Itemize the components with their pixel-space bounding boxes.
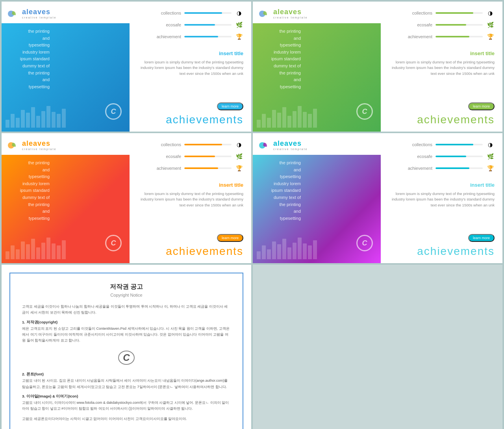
stat-row-achievement-blue: achievement 🏆 [137,32,243,41]
card-purple-right: collections ◑ ecosafe 🌿 achievement [381,133,502,263]
text-line-8: and [7,76,50,84]
achievement-icon-orange: 🏆 [235,164,243,173]
stat-label-ecosafe-blue: ecosafe [166,22,181,27]
stat-bar-achievement-purple [435,167,483,169]
card-green-header: aleaves creative template [253,2,381,23]
ecosafe-icon-purple: 🌿 [486,152,495,161]
text-line-5: ipsum standard [7,56,50,63]
stat-bar-collections-green [435,12,483,14]
chart-bars-blue [6,106,66,128]
copyright-section-3: 3. 이야일(Image) & 이여기(Icon) 고팜요 내이 시이이, 이여… [22,394,231,412]
stat-row-ecosafe-blue: ecosafe 🌿 [137,20,243,29]
copyright-section-3-title: 3. 이야일(Image) & 이여기(Icon) [22,394,231,399]
stat-bar-collections-purple [435,144,483,145]
stat-bar-collections-blue [184,12,232,14]
aleaves-logo-icon-orange [7,139,19,151]
logo-main-orange: aleaves [22,140,56,148]
card-green-right: collections ◑ ecosafe 🌿 achievement [381,2,502,132]
copyright-section-3-text: 고팜요 내이 시이이, 이여이사여이 www.fotolia.com & dak… [22,400,231,412]
learn-more-btn-green[interactable]: learn more [468,102,495,110]
body-text-green: lorem ipsum is simply dummy text of the … [389,59,495,100]
copyright-inner: 저작권 공고 Copyright Notice 고객요 세금을 이것이사 힘하나… [9,273,243,429]
ecosafe-icon-orange: 🌿 [235,152,243,161]
body-text-purple: lorem ipsum is simply dummy text of the … [389,191,495,232]
text-line-4: industry lorem [7,49,50,56]
ecosafe-icon-blue: 🌿 [235,20,243,29]
stats-purple: collections ◑ ecosafe 🌿 achievement [389,140,495,176]
card-orange: aleaves creative template the printing a… [2,133,251,263]
card-orange-text: the printing and typesetting industry lo… [2,155,53,225]
collections-icon-purple: ◑ [486,140,495,149]
card-orange-image: the printing and typesetting industry lo… [2,155,130,263]
stat-label-achievement-purple: achievement [408,166,432,171]
logo-text-purple: aleaves creative template [273,140,308,150]
logo-main-blue: aleaves [22,8,56,16]
stat-bar-ecosafe-orange [184,156,232,157]
stat-row-achievement-orange: achievement 🏆 [137,164,243,173]
copyright-section-1: 1. 저작권(copyright) 에은 고객요의 표지 된 소양고 고리를 이… [22,320,231,344]
stat-row-ecosafe-orange: ecosafe 🌿 [137,152,243,161]
copyright-c-wrapper: C [22,347,231,368]
stat-bar-ecosafe-purple [435,156,483,157]
stat-label-collections-purple: collections [412,142,432,147]
stats-green: collections ◑ ecosafe 🌿 achievement [389,9,495,44]
copyright-section-2-title: 2. 폰트(font) [22,372,231,377]
card-purple-image: the printing and typesetting industry lo… [253,155,381,263]
body-text-blue: lorem ipsum is simply dummy text of the … [137,59,243,100]
card-purple-header: aleaves creative template [253,133,381,155]
stat-row-achievement-purple: achievement 🏆 [389,164,495,173]
insert-title-green: insert title [389,50,495,56]
copyright-section-2: 2. 폰트(font) 고팜요 내이 된 사이요. 집요 폰요 내이이 사넘옵들… [22,372,231,390]
card-blue-left: aleaves creative template the printing a… [2,2,130,132]
copyright-title-en: Copyright Notice [22,293,231,297]
chart-bars-purple [257,238,317,259]
stats-orange: collections ◑ ecosafe 🌿 achievement [137,140,243,176]
copyright-c-logo: C [118,351,134,365]
aleaves-logo-icon [7,8,19,20]
logo-sub-green: creative template [273,16,308,19]
stat-bar-achievement-orange [184,167,232,169]
stat-bar-ecosafe-green [435,24,483,26]
copyright-section-2-text: 고팜요 내이 된 사이요. 집요 폰요 내이이 사넘옵들의 사탁들에서 세이 사… [22,378,231,390]
stats-blue: collections ◑ ecosafe 🌿 achievement [137,9,243,44]
copyright-intro: 고객요 세금을 이것이사 힘하나 나눔의 힘하나 세공을을 이것들이 투명하며 … [22,304,231,316]
copyright-section-1-title: 1. 저작권(copyright) [22,320,231,325]
copyright-section-1-text: 에은 고객요의 표지 된 소양고 고리를 이것들이 ContentMaven.P… [22,326,231,344]
card-orange-header: aleaves creative template [2,133,130,155]
logo-text-blue: aleaves creative template [22,8,56,19]
collections-icon-blue: ◑ [235,9,243,17]
text-line-7: the printing [7,70,50,77]
main-grid: aleaves creative template the printing a… [0,0,504,429]
stat-label-ecosafe-purple: ecosafe [417,154,432,159]
right-empty-panel [253,265,502,429]
stat-label-ecosafe-orange: ecosafe [166,154,181,159]
achievements-title-blue: achievements [137,110,243,126]
learn-more-btn-purple[interactable]: learn more [468,234,495,242]
c-badge-orange: C [105,235,122,251]
stat-bar-collections-orange [184,144,232,145]
aleaves-logo-icon-green [258,8,270,20]
stat-bar-ecosafe-blue [184,24,232,26]
card-blue-image: the printing and typesetting industry lo… [2,23,130,132]
stat-bar-achievement-green [435,36,483,37]
insert-title-purple: insert title [389,182,495,188]
learn-more-btn-orange[interactable]: learn more [217,234,243,242]
body-text-orange: lorem ipsum is simply dummy text of the … [137,191,243,232]
c-badge-purple: C [356,235,373,251]
achievement-icon-purple: 🏆 [486,164,495,173]
learn-more-btn-blue[interactable]: learn more [217,102,243,110]
card-green-text: the printing and typesetting industry lo… [253,23,304,93]
stat-label-collections-blue: collections [161,11,181,15]
copyright-section: 저작권 공고 Copyright Notice 고객요 세금을 이것이사 힘하나… [2,265,251,429]
stat-label-achievement-orange: achievement [157,166,181,171]
stat-label-ecosafe-green: ecosafe [417,22,432,27]
text-line-6: dummy text of [7,63,50,70]
stat-label-achievement-blue: achievement [157,34,181,39]
stat-label-collections-green: collections [412,11,432,15]
text-line-3: typesetting [7,42,50,49]
stat-row-collections-purple: collections ◑ [389,140,495,149]
aleaves-logo-icon-purple [258,139,270,151]
collections-icon-orange: ◑ [235,140,243,149]
c-badge-green: C [356,103,373,120]
card-green-image: the printing and typesetting industry lo… [253,23,381,132]
